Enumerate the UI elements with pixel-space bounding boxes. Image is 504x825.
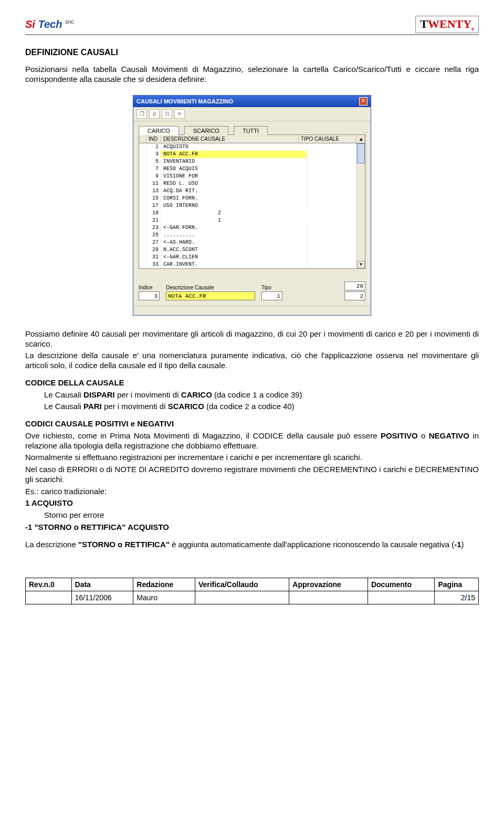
paragraph-9: -1 "STORNO o RETTIFICA" ACQUISTO (25, 523, 479, 532)
table-row[interactable]: 211 (139, 217, 365, 224)
logo-tech: Tech (35, 18, 62, 30)
paragraph-3: Ove richiesto, come in Prima Nota Movime… (25, 431, 479, 451)
field-indice[interactable]: 3 (139, 291, 160, 300)
fh-redazione: Redazione (133, 578, 195, 591)
window-toolbar: ❐ ⎙ ☷ ≡ (133, 107, 371, 121)
list-header: IND DESCRIZIONE CAUSALE TIPO CAUSALE ▲ (139, 135, 365, 143)
lbl-desc: Descrizione Causale (166, 285, 255, 290)
tab-scarico[interactable]: SCARICO (184, 126, 228, 135)
status-bar (133, 306, 371, 315)
toolbar-btn-1[interactable]: ❐ (136, 109, 147, 119)
table-row[interactable]: 27<-AS.HARD.6 (139, 239, 365, 246)
fd-redazione: Mauro (133, 591, 195, 604)
fd-verifica (195, 591, 289, 604)
subhead-posneg: CODICI CAUSALE POSITIVI e NEGATIVI (25, 419, 479, 429)
paragraph-7: 1 ACQUISTO (25, 498, 479, 508)
window-titlebar[interactable]: CAUSALI MOVIMENTI MAGAZZINO × (133, 96, 371, 107)
fh-approv: Approvazione (289, 578, 368, 591)
table-row[interactable]: 33CAR.INVENT.1 (139, 261, 365, 268)
fh-pagina: Pagina (435, 578, 479, 591)
table-row[interactable]: 11RESO L. USO (139, 180, 365, 187)
fh-rev: Rev.n.0 (26, 578, 72, 591)
paragraph-8: Storno per errore (25, 510, 479, 520)
paragraph-2: La descrizione della causale e' una nome… (25, 351, 479, 371)
page-title: DEFINIZIONE CAUSALI (25, 48, 479, 57)
paragraph-10: La descrizione "STORNO o RETTIFICA" è ag… (25, 540, 479, 550)
fh-verifica: Verifica/Collaudo (195, 578, 289, 591)
fd-data: 16/11/2006 (71, 591, 133, 604)
logo-si: Si (25, 18, 35, 30)
footer-data-row: 16/11/2006 Mauro 2/15 (26, 591, 479, 604)
field-tipo[interactable]: 1 (261, 291, 282, 300)
table-row[interactable]: 23<-GAR.FORN.6 (139, 224, 365, 232)
col-tipo: TIPO CAUSALE (299, 135, 356, 143)
intro-paragraph: Posizionarsi nella tabella Causali Movim… (25, 65, 479, 85)
causali-list: IND DESCRIZIONE CAUSALE TIPO CAUSALE ▲ 1… (139, 134, 365, 269)
paragraph-5: Nel caso di ERRORI o di NOTE DI ACREDITO… (25, 465, 479, 485)
close-icon[interactable]: × (359, 97, 368, 106)
footer-header-row: Rev.n.0 Data Redazione Verifica/Collaudo… (26, 578, 479, 591)
field-extra-2[interactable]: 2 (344, 291, 365, 300)
table-row[interactable]: 5INVENTARIO5 (139, 158, 365, 165)
fd-approv (289, 591, 368, 604)
window-title: CAUSALI MOVIMENTI MAGAZZINO (136, 98, 233, 105)
header-bar: Si Tech snc TTWENTYWENTYe (25, 16, 479, 35)
footer-table: Rev.n.0 Data Redazione Verifica/Collaudo… (25, 578, 479, 604)
table-row[interactable]: 3NOTA ACC.FR1 (139, 151, 365, 158)
tab-tutti[interactable]: TUTTI (234, 126, 268, 135)
scrollbar[interactable]: ▼ (356, 143, 365, 268)
tabs: CARICO SCARICO TUTTI (133, 121, 371, 134)
paragraph-4: Normalmente si effettuano registrazioni … (25, 453, 479, 463)
fd-doc (368, 591, 435, 604)
logo-sitech: Si Tech snc (25, 18, 74, 30)
toolbar-btn-3[interactable]: ☷ (162, 109, 172, 119)
paragraph-6: Es.: carico tradizionale: (25, 487, 479, 497)
table-row[interactable]: 192 (139, 210, 365, 217)
scroll-down-icon[interactable]: ▼ (357, 261, 365, 268)
logo-twenty: TTWENTYWENTYe (415, 16, 479, 33)
table-row[interactable]: 17USO INTERNO1 (139, 202, 365, 210)
subhead-codice: CODICE DELLA CAUSALE (25, 378, 479, 388)
causali-window: CAUSALI MOVIMENTI MAGAZZINO × ❐ ⎙ ☷ ≡ CA… (133, 95, 371, 316)
col-desc: DESCRIZIONE CAUSALE (161, 135, 299, 143)
table-row[interactable]: 9VISIONE FOR2 (139, 173, 365, 180)
list-body: 1ACQUISTO13NOTA ACC.FR15INVENTARIO57RESO… (139, 143, 365, 268)
toolbar-btn-4[interactable]: ≡ (174, 109, 185, 119)
fh-data: Data (71, 578, 133, 591)
field-extra-1[interactable]: 20 (344, 281, 365, 290)
fh-doc: Documento (368, 578, 435, 591)
table-row[interactable]: 7RESO ACQUIS1 (139, 165, 365, 173)
field-descrizione[interactable]: NOTA ACC.FR (166, 291, 255, 300)
scroll-thumb[interactable] (357, 143, 365, 163)
table-row[interactable]: 15CORSI FORN.2 (139, 195, 365, 202)
table-row[interactable]: 29N.ACC.SCONT3 (139, 246, 365, 254)
scroll-up-icon[interactable]: ▲ (356, 135, 365, 143)
logo-snc: snc (65, 18, 74, 25)
table-row[interactable]: 25..........1 (139, 232, 365, 239)
line-pari: Le Causali PARI per i movimenti di SCARI… (25, 402, 479, 412)
bottom-fields: Indice 3 Descrizione Causale NOTA ACC.FR… (133, 269, 371, 306)
lbl-tipo: Tipo (261, 285, 282, 290)
line-dispari: Le Causali DISPARI per i movimenti di CA… (25, 390, 479, 400)
col-ind: IND (146, 135, 161, 143)
tab-carico[interactable]: CARICO (139, 126, 179, 135)
table-row[interactable]: 13ACQ.DA RIT.1 (139, 187, 365, 195)
table-row[interactable]: 31<-GAR.CLIEN6 (139, 254, 365, 261)
fd-rev (26, 591, 72, 604)
lbl-indice: Indice (139, 285, 160, 290)
table-row[interactable]: 1ACQUISTO1 (139, 143, 365, 151)
paragraph-1: Possiamo definire 40 causali per movimen… (25, 329, 479, 349)
toolbar-btn-2[interactable]: ⎙ (149, 109, 160, 119)
fd-pagina: 2/15 (435, 591, 479, 604)
